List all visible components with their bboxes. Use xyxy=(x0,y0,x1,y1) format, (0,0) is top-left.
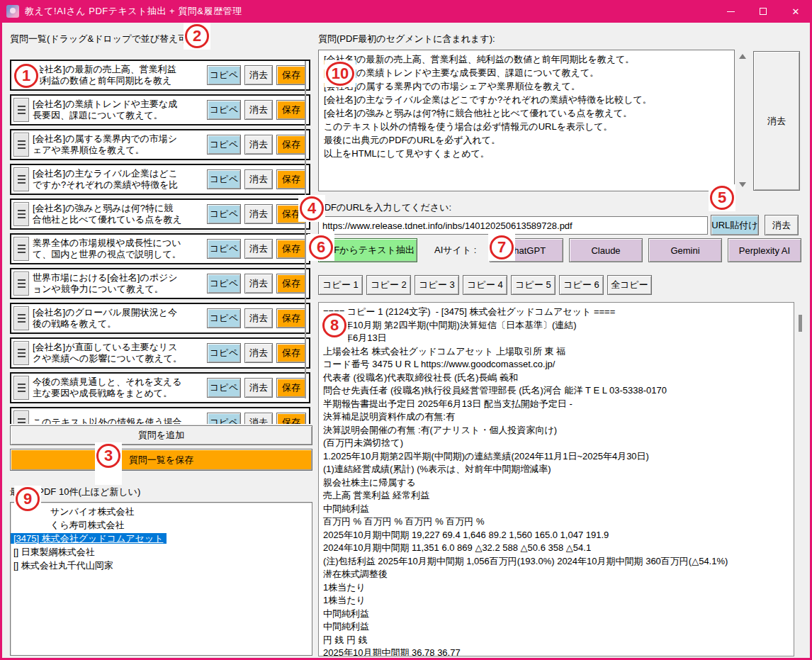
clear-question-button[interactable]: 消去 xyxy=(244,135,273,155)
output-scrollbar-thumb[interactable] xyxy=(799,315,802,332)
drag-handle-icon[interactable] xyxy=(13,306,29,330)
copy-paste-button[interactable]: コピペ xyxy=(207,274,241,293)
pdf-item-label: [3475] 株式会社グッドコムアセット xyxy=(11,533,167,544)
url-clear-button[interactable]: 消去 xyxy=(765,215,799,235)
drag-handle-icon[interactable] xyxy=(13,237,29,261)
question-text: 業界全体の市場規模や成長性につい て、国内と世界の視点で説明して。 xyxy=(33,237,203,260)
question-text-line1: [会社名]の最新の売上高、営業利益 xyxy=(33,64,203,75)
add-question-button[interactable]: 質問を追加 xyxy=(10,425,312,445)
save-question-button[interactable]: 保存 xyxy=(276,378,306,398)
save-question-button[interactable]: 保存 xyxy=(276,135,306,155)
maximize-button[interactable] xyxy=(747,0,779,23)
question-textarea-scrollbar[interactable] xyxy=(737,51,747,190)
hamburger-icon xyxy=(18,349,26,358)
question-card: [会社名]の強みと弱みは何?特に競 合他社と比べて優れている点を教え コピペ 消… xyxy=(10,198,310,230)
ai-site-button[interactable]: Claude xyxy=(569,238,643,262)
clear-question-button[interactable]: 消去 xyxy=(244,378,273,398)
copy-paste-button[interactable]: コピペ xyxy=(207,169,241,189)
ai-site-button[interactable]: Gemini xyxy=(648,238,722,262)
hamburger-icon xyxy=(18,210,26,219)
save-question-button[interactable]: 保存 xyxy=(276,274,306,293)
copy-paste-button[interactable]: コピペ xyxy=(207,239,241,259)
clear-question-button[interactable]: 消去 xyxy=(244,100,273,120)
drag-handle-icon[interactable] xyxy=(13,410,29,424)
copy-segment-button[interactable]: コピー 2 xyxy=(366,275,411,295)
drag-handle-icon[interactable] xyxy=(13,133,29,157)
copy-paste-button[interactable]: コピペ xyxy=(207,65,241,85)
copy-paste-button[interactable]: コピペ xyxy=(207,413,241,424)
drag-handle-icon[interactable] xyxy=(13,341,29,365)
question-text-line1: [会社名]の属する業界内での市場シ xyxy=(33,133,203,145)
app-icon xyxy=(6,5,19,18)
question-list-scrollbar[interactable] xyxy=(305,61,306,398)
question-text-line1: [会社名]の業績トレンドや主要な成 xyxy=(33,99,203,110)
drag-handle-icon[interactable] xyxy=(13,376,29,400)
save-question-button[interactable]: 保存 xyxy=(276,343,306,363)
scroll-down-icon[interactable] xyxy=(739,182,746,187)
clear-question-button[interactable]: 消去 xyxy=(244,274,273,293)
question-text-line1: 世界市場における[会社名]のポジシ xyxy=(33,272,203,284)
question-text-line1: [会社名]が直面している主要なリス xyxy=(33,342,203,353)
question-textarea[interactable]: [会社名]の最新の売上高、営業利益、純利益の数値と前年同期比を教えて。 [会社名… xyxy=(318,50,735,191)
drag-handle-icon[interactable] xyxy=(13,98,29,122)
copy-segment-button[interactable]: コピー 3 xyxy=(415,275,459,295)
clear-question-button[interactable]: 消去 xyxy=(244,204,273,224)
annotation-circle-2: 2 xyxy=(184,23,210,50)
list-item[interactable]: サンバイオ株式会社 xyxy=(11,505,312,518)
annotation-circle-1: 1 xyxy=(13,62,40,89)
scroll-up-icon[interactable] xyxy=(739,54,746,59)
clear-question-button[interactable]: 消去 xyxy=(244,65,273,85)
question-card: [会社名]が直面している主要なリス クや業績への影響について教えて。 コピペ 消… xyxy=(10,337,310,369)
save-question-button[interactable]: 保存 xyxy=(276,65,306,85)
question-card: このテキスト以外の情報を使う場合 コピペ 消去 保存 xyxy=(10,407,310,424)
clear-question-button[interactable]: 消去 xyxy=(244,169,273,189)
list-item[interactable]: くら寿司株式会社 xyxy=(11,518,312,532)
drag-handle-icon[interactable] xyxy=(13,272,29,296)
copy-paste-button[interactable]: コピペ xyxy=(207,135,241,155)
clear-question-button[interactable]: 消去 xyxy=(244,343,273,363)
question-text-line2: クや業績への影響について教えて。 xyxy=(33,353,203,364)
list-item[interactable]: [] 日東製綱株式会社 xyxy=(11,545,312,559)
close-button[interactable]: ✕ xyxy=(779,0,812,23)
save-question-button[interactable]: 保存 xyxy=(276,169,306,189)
recent-pdf-listbox[interactable]: サンバイオ株式会社 くら寿司株式会社 [3475] 株式会社グッドコムアセット … xyxy=(10,502,312,656)
save-question-list-button[interactable]: 質問一覧を保存 xyxy=(10,449,312,471)
copy-paste-button[interactable]: コピペ xyxy=(207,308,241,328)
pdf-url-input[interactable] xyxy=(318,216,708,235)
save-question-button[interactable]: 保存 xyxy=(276,100,306,120)
minimize-button[interactable] xyxy=(714,0,747,23)
copy-segment-button[interactable]: コピー 5 xyxy=(511,275,556,295)
drag-handle-icon[interactable] xyxy=(13,202,29,226)
clear-question-button[interactable]: 消去 xyxy=(244,308,273,328)
ai-site-button[interactable]: Perplexity AI xyxy=(728,238,801,262)
copy-segment-button[interactable]: 全コピー xyxy=(607,275,652,295)
copy-paste-button[interactable]: コピペ xyxy=(207,343,241,363)
copy-segment-button[interactable]: コピー 4 xyxy=(463,275,507,295)
window-controls: ✕ xyxy=(714,0,812,23)
url-paste-button[interactable]: URL貼付け xyxy=(711,215,759,235)
copy-segment-button[interactable]: コピー 1 xyxy=(318,275,363,295)
question-text-line1: 業界全体の市場規模や成長性につい xyxy=(33,237,203,249)
list-item[interactable]: [] 株式会社丸千代山岡家 xyxy=(11,559,312,572)
extracted-text-area[interactable]: ==== コピー 1 (2124文字) - [3475] 株式会社グッドコムアセ… xyxy=(318,302,794,656)
maximize-icon xyxy=(760,8,767,15)
save-question-button[interactable]: 保存 xyxy=(276,239,306,259)
copy-paste-button[interactable]: コピペ xyxy=(207,378,241,398)
drag-handle-icon[interactable] xyxy=(13,167,29,191)
save-question-button[interactable]: 保存 xyxy=(276,308,306,328)
copy-paste-button[interactable]: コピペ xyxy=(207,100,241,120)
clear-question-button[interactable]: 消去 xyxy=(244,239,273,259)
hamburger-icon xyxy=(18,279,26,289)
pdf-item-label: [] 株式会社丸千代山岡家 xyxy=(11,560,116,571)
copy-paste-button[interactable]: コピペ xyxy=(207,204,241,224)
window-title: 教えて!AIさん PDFテキスト抽出 + 質問&履歴管理 xyxy=(25,5,242,18)
question-text-line2: 合他社と比べて優れている点を教え xyxy=(33,214,203,225)
clear-question-box-button[interactable]: 消去 xyxy=(753,51,800,191)
save-question-button[interactable]: 保存 xyxy=(276,413,306,424)
annotation-circle-10: 10 xyxy=(325,60,356,87)
hamburger-icon xyxy=(18,418,26,425)
clear-question-button[interactable]: 消去 xyxy=(244,413,273,424)
copy-segment-button[interactable]: コピー 6 xyxy=(559,275,604,295)
question-text-line2: ョンや競争力について教えて。 xyxy=(33,284,203,295)
list-item[interactable]: [3475] 株式会社グッドコムアセット xyxy=(11,532,312,545)
